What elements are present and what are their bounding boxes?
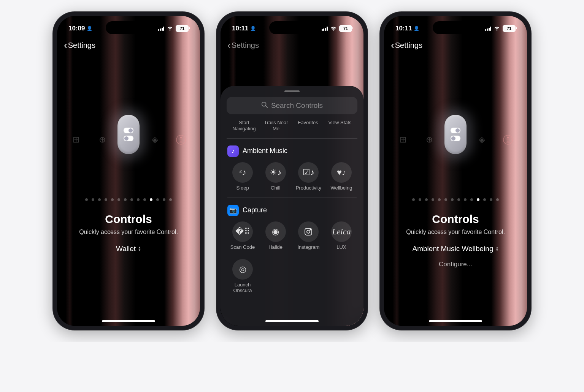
control-sleep[interactable]: ᶻ♪ Sleep xyxy=(227,162,258,191)
control-instagram[interactable]: Instagram xyxy=(293,221,324,250)
sheet-grabber[interactable] xyxy=(284,90,300,92)
screen: 10:11 👤 71 ‹ Settings Search Controls xyxy=(221,16,363,326)
search-field[interactable]: Search Controls xyxy=(227,97,357,114)
page-indicator[interactable] xyxy=(384,198,527,201)
page-title: Controls xyxy=(57,213,200,226)
phone-1: 10:09 👤 71 ‹ Settings ⊞ ⊕ ◈ xyxy=(52,11,205,330)
configure-button[interactable]: Configure... xyxy=(384,261,527,268)
control-selector[interactable]: Wallet ▲▼ xyxy=(116,245,141,253)
quick-item[interactable]: Favorites xyxy=(292,120,324,132)
quick-item[interactable]: View Stats xyxy=(324,120,356,132)
control-lux[interactable]: Leica LUX xyxy=(326,221,357,250)
instagram-icon xyxy=(298,221,319,242)
center-capsule-area xyxy=(384,115,527,154)
back-button[interactable]: ‹ Settings xyxy=(391,40,422,51)
back-label: Settings xyxy=(395,41,422,50)
page-indicator[interactable] xyxy=(57,198,200,201)
back-button[interactable]: ‹ Settings xyxy=(227,40,259,51)
quick-item[interactable]: Start Navigating xyxy=(228,120,260,132)
chevron-left-icon: ‹ xyxy=(227,40,231,51)
action-button-capsule[interactable] xyxy=(117,115,140,154)
cellular-icon xyxy=(485,26,492,31)
battery-indicator: 71 xyxy=(503,25,516,32)
status-time: 10:09 xyxy=(68,25,85,32)
dynamic-island xyxy=(433,21,478,34)
screen: 10:11 👤 71 ‹ Settings ⊞ ⊕ ◈ xyxy=(384,16,527,326)
chill-icon: ☀♪ xyxy=(265,162,286,183)
description-block: Controls Quickly access your favorite Co… xyxy=(57,213,200,253)
status-time: 10:11 xyxy=(395,25,412,32)
cellular-icon xyxy=(322,26,328,31)
status-time: 10:11 xyxy=(232,25,248,32)
halide-icon: ◉ xyxy=(265,221,286,242)
svg-point-2 xyxy=(262,102,266,106)
page-subtitle: Quickly access your favorite Control. xyxy=(384,229,527,236)
location-indicator-icon: 👤 xyxy=(414,26,419,31)
selected-control-label: Wallet xyxy=(116,245,136,253)
page-title: Controls xyxy=(384,213,527,226)
productivity-icon: ☑♪ xyxy=(298,162,319,183)
wifi-icon xyxy=(494,25,500,32)
description-block: Controls Quickly access your favorite Co… xyxy=(384,213,527,268)
qr-icon: �⠿ xyxy=(232,221,253,242)
wellbeing-icon: ♥♪ xyxy=(331,162,352,183)
quick-item[interactable]: Trails Near Me xyxy=(260,120,292,132)
page-subtitle: Quickly access your favorite Control. xyxy=(57,229,200,236)
control-wellbeing[interactable]: ♥♪ Wellbeing xyxy=(326,162,357,191)
center-capsule-area xyxy=(57,115,200,154)
phone-2: 10:11 👤 71 ‹ Settings Search Controls xyxy=(216,11,368,330)
capture-app-icon: 📷 xyxy=(227,205,239,216)
control-launch-obscura[interactable]: ◎ Launch Obscura xyxy=(227,259,258,293)
toggle-icon xyxy=(124,136,133,141)
control-scan-code[interactable]: �⠿ Scan Code xyxy=(227,221,258,250)
home-indicator[interactable] xyxy=(102,320,155,322)
section-title: Ambient Music xyxy=(243,147,287,155)
chevron-left-icon: ‹ xyxy=(64,40,67,51)
section-capture: 📷 Capture �⠿ Scan Code ◉ Halide xyxy=(227,198,357,300)
ambient-music-app-icon: ♪ xyxy=(227,145,239,157)
quick-row: Start Navigating Trails Near Me Favorite… xyxy=(227,120,357,139)
wifi-icon xyxy=(167,25,173,32)
back-label: Settings xyxy=(232,41,259,50)
leica-icon: Leica xyxy=(331,221,352,242)
back-label: Settings xyxy=(68,41,95,50)
toggle-icon xyxy=(124,128,133,133)
battery-indicator: 71 xyxy=(339,25,352,32)
chevron-left-icon: ‹ xyxy=(391,40,394,51)
home-indicator[interactable] xyxy=(429,320,482,322)
controls-gallery-sheet: Search Controls Start Navigating Trails … xyxy=(221,86,363,326)
location-indicator-icon: 👤 xyxy=(87,26,92,31)
action-button-capsule[interactable] xyxy=(444,115,467,154)
wifi-icon xyxy=(330,25,337,32)
sleep-icon: ᶻ♪ xyxy=(232,162,253,183)
toggle-icon xyxy=(451,136,460,141)
home-indicator[interactable] xyxy=(265,320,319,322)
chevron-updown-icon: ▲▼ xyxy=(138,246,141,251)
search-icon xyxy=(261,101,268,110)
wallpaper xyxy=(384,16,527,326)
control-halide[interactable]: ◉ Halide xyxy=(260,221,291,250)
chevron-updown-icon: ▲▼ xyxy=(496,246,499,251)
control-productivity[interactable]: ☑♪ Productivity xyxy=(293,162,324,191)
obscura-icon: ◎ xyxy=(232,259,253,280)
selected-control-label: Ambient Music Wellbeing xyxy=(413,245,494,253)
svg-point-4 xyxy=(307,230,310,233)
location-indicator-icon: 👤 xyxy=(250,26,256,31)
toggle-icon xyxy=(451,128,460,133)
control-chill[interactable]: ☀♪ Chill xyxy=(260,162,291,191)
search-placeholder: Search Controls xyxy=(271,101,323,110)
battery-indicator: 71 xyxy=(176,25,189,32)
phone-3: 10:11 👤 71 ‹ Settings ⊞ ⊕ ◈ xyxy=(379,11,532,330)
control-selector[interactable]: Ambient Music Wellbeing ▲▼ xyxy=(413,245,499,253)
cellular-icon xyxy=(158,26,165,31)
dynamic-island xyxy=(106,21,151,34)
section-ambient-music: ♪ Ambient Music ᶻ♪ Sleep ☀♪ Chill ☑♪ Pro… xyxy=(227,139,357,198)
back-button[interactable]: ‹ Settings xyxy=(64,40,95,51)
dynamic-island xyxy=(269,21,315,34)
wallpaper xyxy=(57,16,200,326)
svg-point-5 xyxy=(310,229,311,230)
section-title: Capture xyxy=(243,206,267,214)
screen: 10:09 👤 71 ‹ Settings ⊞ ⊕ ◈ xyxy=(57,16,200,326)
